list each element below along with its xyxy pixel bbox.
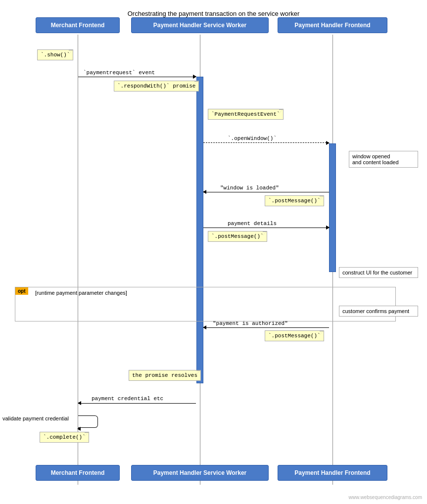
phf-header-top: Payment Handler Frontend xyxy=(278,17,387,33)
sw-activation-box xyxy=(196,77,203,383)
postmessage1-note: `.postMessage()` xyxy=(265,195,324,206)
openwindow-label: `.openWindow()` xyxy=(228,136,277,141)
sw-header-bottom: Payment Handler Service Worker xyxy=(131,465,269,481)
phf-activation-box xyxy=(329,143,336,272)
self-loop-arrow xyxy=(78,415,98,428)
paymentrequest-label: `paymentrequest` event xyxy=(83,70,155,76)
payment-details-arrow xyxy=(203,228,329,228)
merchant-header-top: Merchant Frontend xyxy=(36,17,120,33)
payment-credential-label: payment credential etc xyxy=(92,396,163,402)
respondwith-note: `.respondWith()` promise xyxy=(114,81,199,92)
opt-condition: [runtime payment parameter changes] xyxy=(35,290,127,296)
window-opened-note: window opened and content loaded xyxy=(349,151,418,168)
complete-note: `.complete()` xyxy=(40,432,89,443)
promise-resolves-note: the promise resolves xyxy=(129,370,201,381)
window-loaded-label: "window is loaded" xyxy=(220,185,279,191)
window-loaded-arrow xyxy=(203,192,329,192)
construct-ui-note: construct UI for the customer xyxy=(339,267,418,278)
validate-payment-note: validate payment credential xyxy=(2,415,69,421)
payment-request-event-note: `PaymentRequestEvent` xyxy=(208,109,284,120)
payment-details-label: payment details xyxy=(228,221,277,227)
payment-authorized-arrow xyxy=(203,327,329,328)
openwindow-arrow xyxy=(203,142,329,143)
sw-header-top: Payment Handler Service Worker xyxy=(131,17,269,33)
show-note: `.show()` xyxy=(37,49,73,60)
self-loop-arrowhead xyxy=(77,427,81,431)
customer-confirms-note: customer confirms payment xyxy=(339,306,418,317)
phf-header-bottom: Payment Handler Frontend xyxy=(278,465,387,481)
postmessage2-note: `.postMessage()` xyxy=(208,231,267,242)
watermark: www.websequencediagrams.com xyxy=(349,495,422,500)
opt-label: opt xyxy=(15,287,28,295)
payment-credential-arrow xyxy=(78,403,196,404)
paymentrequest-arrow xyxy=(78,77,196,77)
payment-authorized-label: "payment is authorized" xyxy=(213,321,288,326)
diagram-container: Orchestrating the payment transaction on… xyxy=(0,0,427,504)
postmessage3-note: `.postMessage()` xyxy=(265,330,324,341)
merchant-header-bottom: Merchant Frontend xyxy=(36,465,120,481)
